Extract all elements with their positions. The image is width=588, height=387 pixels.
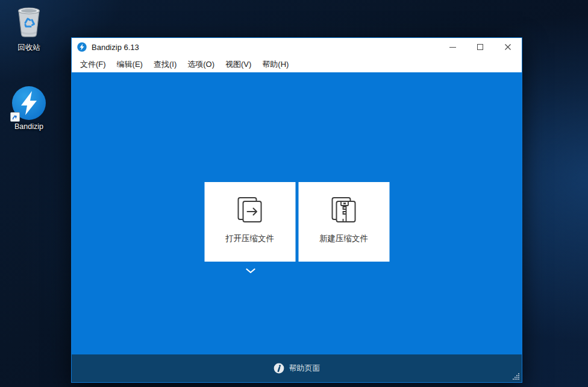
minimize-icon <box>449 47 456 48</box>
title-bar[interactable]: Bandizip 6.13 <box>72 38 522 56</box>
menu-item-help[interactable]: 帮助(H) <box>257 56 294 72</box>
menu-item-file[interactable]: 文件(F) <box>75 56 111 72</box>
recycle-bin-icon <box>14 5 44 39</box>
new-archive-label: 新建压缩文件 <box>319 233 368 244</box>
maximize-button[interactable] <box>466 38 494 56</box>
desktop-icon-recycle-bin[interactable]: 回收站 <box>5 5 53 53</box>
close-button[interactable] <box>494 38 522 56</box>
expand-more-button[interactable] <box>245 266 256 275</box>
start-actions: 打开压缩文件 新建压缩文件 <box>204 182 389 262</box>
menu-item-find[interactable]: 查找(I) <box>148 56 182 72</box>
bandizip-app-icon <box>77 42 87 52</box>
chevron-down-icon <box>246 268 255 274</box>
info-icon <box>274 363 284 374</box>
desktop-icon-label: Bandizip <box>5 122 53 131</box>
desktop-icon-bandizip[interactable]: Bandizip <box>5 86 53 131</box>
new-archive-icon <box>330 196 358 224</box>
menu-item-view[interactable]: 视图(V) <box>220 56 257 72</box>
open-archive-label: 打开压缩文件 <box>225 233 274 244</box>
window-title: Bandizip 6.13 <box>92 43 439 52</box>
menu-item-options[interactable]: 选项(O) <box>182 56 220 72</box>
menu-bar: 文件(F) 编辑(E) 查找(I) 选项(O) 视图(V) 帮助(H) <box>72 56 522 72</box>
help-page-label: 帮助页面 <box>289 363 321 374</box>
main-area: 打开压缩文件 新建压缩文件 <box>72 72 522 354</box>
help-page-button[interactable]: 帮助页面 <box>274 363 321 374</box>
close-icon <box>504 43 511 51</box>
menu-item-edit[interactable]: 编辑(E) <box>111 56 148 72</box>
desktop-icon-label: 回收站 <box>5 43 53 53</box>
bandizip-window: Bandizip 6.13 文件(F) 编辑(E) 查找(I) 选项(O) 视图… <box>71 37 522 383</box>
new-archive-button[interactable]: 新建压缩文件 <box>298 182 389 262</box>
shortcut-arrow-icon <box>10 112 20 122</box>
maximize-icon <box>477 44 483 50</box>
minimize-button[interactable] <box>439 38 466 56</box>
resize-grip[interactable] <box>511 372 520 380</box>
open-archive-button[interactable]: 打开压缩文件 <box>204 182 295 262</box>
status-bar: 帮助页面 <box>72 354 522 382</box>
open-archive-icon <box>236 196 264 224</box>
